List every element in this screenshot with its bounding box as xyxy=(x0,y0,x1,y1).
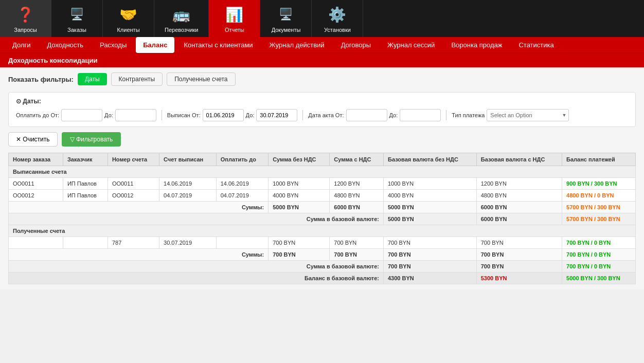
settings-icon: ⚙️ xyxy=(327,4,348,25)
divider-3 xyxy=(446,110,446,120)
total-row: Баланс в базовой валюте: 4300 BYN 5300 B… xyxy=(9,273,636,284)
filter-button[interactable]: ▽ Фильтровать xyxy=(62,132,121,147)
base-no-vat: 5000 BYN xyxy=(383,202,476,213)
cell-order-num xyxy=(9,237,63,249)
nav-orders[interactable]: 🖥️ Заказы xyxy=(51,0,103,37)
balance: 5700 BYN / 300 BYN xyxy=(562,202,636,213)
cell-pay-by: 04.07.2019 xyxy=(216,190,268,202)
th-order-num: Номер заказа xyxy=(9,153,63,166)
nav-documents[interactable]: 🖥️ Документы xyxy=(260,0,312,37)
cell-customer: ИП Павлов xyxy=(63,190,108,202)
pay-before-to-input[interactable] xyxy=(115,109,156,121)
total-balance: 5000 BYN / 300 BYN xyxy=(562,273,636,284)
subnav-balance[interactable]: Баланс xyxy=(136,37,174,53)
filter-act-date: Дата акта От: До: xyxy=(308,109,441,121)
filter-section-title: ⊙ Даты: xyxy=(16,98,628,105)
clear-button[interactable]: ✕ Очистить xyxy=(8,132,58,147)
subnav-contacts[interactable]: Контакты с клиентами xyxy=(176,37,260,53)
filter-btn-dates[interactable]: Даты xyxy=(78,73,107,85)
data-table: Номер заказа Заказчик Номер счета Счет в… xyxy=(8,153,636,284)
received-section-header: Полученные счета xyxy=(9,225,636,237)
th-invoice-num: Номер счета xyxy=(108,153,159,166)
nav-reports[interactable]: 📊 Отчеты xyxy=(209,0,260,37)
filter-bar: Показать фильтры: Даты Контрагенты Получ… xyxy=(8,72,636,86)
subnav-income[interactable]: Доходность xyxy=(40,37,91,53)
filter-label: Показать фильтры: xyxy=(8,76,74,83)
balance: 700 BYN / 0 BYN xyxy=(562,261,636,273)
nav-settings[interactable]: ⚙️ Установки xyxy=(312,0,363,37)
cell-base-no-vat: 1000 BYN xyxy=(383,178,476,190)
th-balance: Баланс платежей xyxy=(562,153,636,166)
issued-label: Выписан От: xyxy=(167,112,201,118)
nav-clients-label: Клиенты xyxy=(117,27,139,33)
base-vat: 700 BYN xyxy=(476,249,562,261)
issued-to-input[interactable] xyxy=(256,109,297,121)
nav-carriers[interactable]: 🚌 Перевозчики xyxy=(154,0,209,37)
subnav-funnel[interactable]: Воронка продаж xyxy=(444,37,509,53)
subnav-actlog[interactable]: Журнал действий xyxy=(262,37,332,53)
act-date-from-input[interactable] xyxy=(346,109,387,121)
subnav-stats[interactable]: Статистика xyxy=(511,37,561,53)
payment-type-select[interactable]: Select an Option xyxy=(487,109,569,121)
base-sum-label: Сумма в базовой валюте: xyxy=(9,213,384,225)
cell-sum-vat: 700 BYN xyxy=(330,237,384,249)
orders-icon: 🖥️ xyxy=(67,4,87,25)
cell-order-num: ОО0012 xyxy=(9,190,63,202)
issued-base-sum-row: Сумма в базовой валюте: 5000 BYN 6000 BY… xyxy=(9,213,636,225)
th-base-vat: Базовая валюта с НДС xyxy=(476,153,562,166)
top-navigation: ❓ Запросы 🖥️ Заказы 🤝 Клиенты 🚌 Перевозч… xyxy=(0,0,644,37)
divider-1 xyxy=(162,110,162,120)
cell-base-vat: 700 BYN xyxy=(476,237,562,249)
nav-clients[interactable]: 🤝 Клиенты xyxy=(103,0,154,37)
action-row: ✕ Очистить ▽ Фильтровать xyxy=(8,132,636,147)
pay-before-label: Оплатить до От: xyxy=(16,112,59,118)
clients-icon: 🤝 xyxy=(118,4,139,25)
received-base-sum-row: Сумма в базовой валюте: 700 BYN 700 BYN … xyxy=(9,261,636,273)
sub-navigation: Долги Доходность Расходы Баланс Контакты… xyxy=(0,37,644,53)
filter-btn-counterparties[interactable]: Контрагенты xyxy=(111,72,163,86)
filter-pay-before: Оплатить до От: До: xyxy=(16,109,156,121)
balance: 700 BYN / 0 BYN xyxy=(562,249,636,261)
table-header-row: Номер заказа Заказчик Номер счета Счет в… xyxy=(9,153,636,166)
subnav-sessions[interactable]: Журнал сессий xyxy=(380,37,442,53)
divider-2 xyxy=(302,110,303,120)
cell-invoice-num: 787 xyxy=(108,237,159,249)
cell-invoice-num: ОО0011 xyxy=(108,178,159,190)
sum-label: Суммы: xyxy=(9,202,269,213)
issued-section-title: Выписанные счета xyxy=(9,166,636,178)
sum-label: Суммы: xyxy=(9,249,269,261)
th-sum-vat: Сумма с НДС xyxy=(330,153,384,166)
subnav-expenses[interactable]: Расходы xyxy=(93,37,134,53)
sum-no-vat: 5000 BYN xyxy=(269,202,330,213)
sum-no-vat: 700 BYN xyxy=(269,249,330,261)
issued-to-label: До: xyxy=(246,112,255,118)
cell-sum-no-vat: 4000 BYN xyxy=(269,190,330,202)
issued-sum-row: Суммы: 5000 BYN 6000 BYN 5000 BYN 6000 B… xyxy=(9,202,636,213)
filter-btn-received[interactable]: Полученные счета xyxy=(167,72,235,86)
cell-customer xyxy=(63,237,108,249)
reports-icon: 📊 xyxy=(224,4,245,25)
pay-before-from-input[interactable] xyxy=(61,109,102,121)
total-base-no-vat: 4300 BYN xyxy=(383,273,476,284)
act-date-to-input[interactable] xyxy=(400,109,441,121)
page-title-bar: Доходность консолидации xyxy=(0,53,644,67)
carriers-icon: 🚌 xyxy=(171,4,192,25)
nav-reports-label: Отчеты xyxy=(225,27,244,33)
subnav-contracts[interactable]: Договоры xyxy=(334,37,378,53)
nav-requests[interactable]: ❓ Запросы xyxy=(0,0,51,37)
filter-issued: Выписан От: До: xyxy=(167,109,298,121)
th-customer: Заказчик xyxy=(63,153,108,166)
cell-issued: 30.07.2019 xyxy=(159,237,217,249)
cell-invoice-num: ОО0012 xyxy=(108,190,159,202)
total-base-vat: 5300 BYN xyxy=(476,273,562,284)
cell-sum-no-vat: 1000 BYN xyxy=(269,178,330,190)
cell-order-num: ОО0011 xyxy=(9,178,63,190)
cell-base-vat: 1200 BYN xyxy=(476,178,562,190)
issued-from-input[interactable] xyxy=(203,109,244,121)
subnav-debts[interactable]: Долги xyxy=(5,37,38,53)
cell-pay-by: 14.06.2019 xyxy=(216,178,268,190)
issued-section-header: Выписанные счета xyxy=(9,166,636,178)
payment-type-select-wrapper: Select an Option xyxy=(487,109,569,121)
table-row: ОО0012 ИП Павлов ОО0012 04.07.2019 04.07… xyxy=(9,190,636,202)
nav-orders-label: Заказы xyxy=(67,27,86,33)
